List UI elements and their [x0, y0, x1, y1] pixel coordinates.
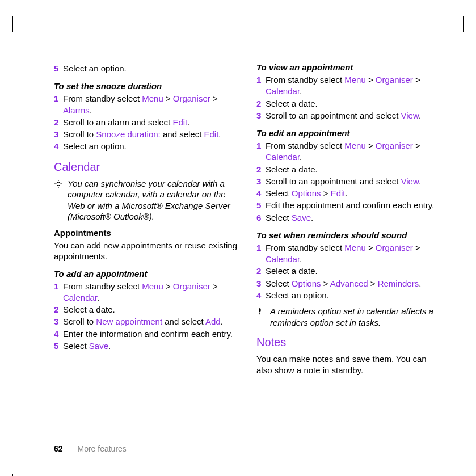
svg-line-7	[56, 186, 57, 187]
step-text: Select a date.	[266, 164, 442, 175]
task-title: To view an appointment	[256, 62, 442, 72]
menu-link: Calendar	[266, 86, 300, 96]
step: 2 Select a date.	[256, 266, 442, 277]
step-text: Select a date.	[266, 98, 442, 109]
step-list: 1 From standby select Menu > Organiser >…	[256, 242, 442, 301]
step: 3 Scroll to New appointment and select A…	[54, 316, 239, 327]
svg-point-10	[259, 313, 260, 314]
step: 4 Select an option.	[54, 141, 239, 152]
step: 5 Select an option.	[54, 63, 239, 74]
step-number: 3	[256, 176, 266, 187]
task-title: To edit an appointment	[256, 128, 442, 138]
step-text: Scroll to Snooze duration: and select Ed…	[63, 129, 239, 140]
step: 5 Edit the appointment and confirm each …	[256, 200, 442, 211]
step-number: 3	[54, 129, 63, 140]
step-number: 1	[256, 242, 266, 254]
svg-line-5	[56, 181, 57, 182]
menu-link: Edit	[331, 188, 346, 198]
step-number: 2	[256, 266, 266, 277]
step-number: 4	[54, 141, 63, 152]
crop-mark	[463, 16, 464, 32]
svg-point-9	[259, 308, 260, 313]
menu-link: Options	[292, 188, 321, 198]
step-text: From standby select Menu > Organiser > C…	[266, 242, 442, 266]
step-list: 5 Select an option.	[54, 63, 239, 74]
step-number: 3	[256, 110, 266, 121]
menu-link: Options	[292, 279, 321, 288]
menu-link: New appointment	[96, 317, 162, 326]
menu-link: Edit	[172, 117, 187, 127]
menu-link: Menu	[344, 141, 366, 150]
page-content: 5 Select an option. To set the snooze du…	[54, 62, 442, 378]
step-number: 2	[54, 304, 63, 315]
page-number: 62	[54, 444, 63, 453]
menu-link: Calendar	[266, 254, 300, 264]
step-number: 1	[54, 281, 63, 292]
step: 4 Select an option.	[256, 290, 442, 301]
warning-note: A reminders option set in calendar affec…	[256, 306, 442, 328]
step-text: From standby select Menu > Organiser > C…	[266, 140, 442, 163]
exclamation-icon	[256, 307, 266, 318]
menu-link: Save	[292, 213, 311, 222]
menu-link: Reminders	[378, 279, 419, 288]
step: 6 Select Save.	[256, 212, 442, 224]
menu-link: Organiser	[376, 141, 413, 150]
warning-text: A reminders option set in calendar affec…	[270, 306, 442, 328]
step: 3 Select Options > Advanced > Reminders.	[256, 278, 442, 289]
menu-link: Menu	[344, 243, 366, 252]
step-text: Scroll to an appointment and select View…	[266, 176, 442, 187]
step-list: 1 From standby select Menu > Organiser >…	[54, 93, 239, 152]
menu-link: Organiser	[173, 281, 210, 291]
menu-link: View	[401, 111, 418, 120]
menu-link: Alarms	[63, 106, 90, 115]
step-list: 1 From standby select Menu > Organiser >…	[256, 74, 442, 121]
step-text: Enter the information and confirm each e…	[63, 328, 239, 340]
step-number: 6	[256, 212, 266, 224]
menu-link: Organiser	[173, 94, 210, 103]
step-text: Select a date.	[266, 266, 442, 277]
step-text: From standby select Menu > Organiser > C…	[266, 74, 442, 98]
crop-mark	[460, 32, 476, 32]
step: 2 Select a date.	[256, 98, 442, 109]
step: 2 Scroll to an alarm and select Edit.	[54, 117, 239, 128]
menu-link: Calendar	[63, 293, 97, 302]
step-number: 2	[54, 117, 63, 128]
footer-section: More features	[77, 444, 126, 453]
menu-link: Edit	[204, 129, 219, 139]
crop-mark	[238, 0, 238, 16]
step-text: Select Options > Advanced > Reminders.	[266, 278, 442, 289]
step-number: 1	[256, 74, 266, 86]
step-number: 4	[54, 328, 63, 340]
menu-link: View	[401, 176, 418, 186]
step-text: Select Save.	[266, 212, 442, 224]
step-list: 1 From standby select Menu > Organiser >…	[54, 281, 239, 352]
paragraph: You can add new appointments or reuse ex…	[54, 240, 239, 262]
lightbulb-icon	[54, 179, 63, 190]
step-number: 1	[256, 140, 266, 151]
step-number: 1	[54, 93, 63, 104]
tip-note: You can synchronise your calendar with a…	[54, 178, 239, 222]
step-text: Scroll to an alarm and select Edit.	[63, 117, 239, 128]
menu-link: Snooze duration:	[96, 129, 160, 139]
step: 3 Scroll to Snooze duration: and select …	[54, 129, 239, 140]
step-list: 1 From standby select Menu > Organiser >…	[256, 140, 442, 224]
step: 3 Scroll to an appointment and select Vi…	[256, 110, 442, 121]
task-title: To add an appointment	[54, 269, 239, 279]
menu-link: Save	[89, 341, 108, 351]
task-title: To set the snooze duration	[54, 81, 239, 91]
menu-link: Menu	[344, 75, 366, 85]
step: 1 From standby select Menu > Organiser >…	[54, 93, 239, 116]
crop-mark	[12, 16, 13, 32]
step-text: Select an option.	[63, 141, 239, 152]
step-number: 2	[256, 98, 266, 109]
section-heading: Notes	[256, 336, 442, 349]
right-column: To view an appointment 1 From standby se…	[256, 62, 442, 378]
step: 1 From standby select Menu > Organiser >…	[256, 140, 442, 163]
step-text: Scroll to New appointment and select Add…	[63, 316, 239, 327]
step-text: Scroll to an appointment and select View…	[266, 110, 442, 121]
left-column: 5 Select an option. To set the snooze du…	[54, 62, 239, 378]
crop-mark	[0, 32, 16, 32]
step-text: Select Options > Edit.	[266, 188, 442, 199]
step-number: 2	[256, 164, 266, 175]
svg-line-6	[61, 186, 62, 187]
